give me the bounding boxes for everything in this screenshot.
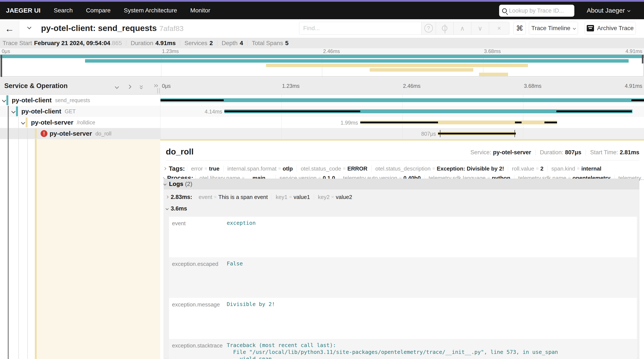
collapse-one-icon[interactable] [115, 84, 119, 89]
start-time-value: 2.81ms [620, 149, 639, 156]
trace-collapse-chevron-icon[interactable] [27, 25, 32, 29]
selected-span-guide [35, 139, 37, 359]
viewport-left-handle[interactable] [1, 55, 2, 77]
brand-logo[interactable]: JAEGER UI [6, 7, 40, 14]
expand-all-icon[interactable] [154, 84, 157, 89]
log-marker-tick [440, 130, 440, 137]
field-value: Traceback (most recent call last): File … [224, 339, 637, 359]
span-row-do-roll-selected[interactable]: ! py-otel-server do_roll 807μs [0, 128, 644, 139]
timeline-row-bars-2[interactable]: 1.99ms [160, 117, 644, 128]
expand-one-icon[interactable] [127, 84, 132, 89]
span-row-get[interactable]: py-otel-client GET 4.14ms [0, 106, 644, 117]
timeline-row-bars-0[interactable] [160, 95, 644, 106]
chevron-down-icon [627, 9, 630, 12]
find-toolbar: ? ∧ ∨ × [299, 22, 510, 34]
field-value: False [224, 257, 637, 298]
find-prev-button[interactable]: ∧ [454, 22, 471, 34]
start-time-label: Start Time: [590, 149, 618, 156]
log-entry-1[interactable]: 2.83ms: event=This is a span event key1=… [166, 192, 637, 202]
minimap-tick-labels: 0μs 1.23ms 2.46ms 3.68ms 4.91ms [0, 48, 644, 54]
row-collapse-chevron-icon[interactable] [21, 120, 25, 124]
services-value: 2 [210, 40, 213, 46]
find-clear-button[interactable]: × [489, 22, 510, 34]
trace-minimap[interactable] [0, 54, 644, 77]
tags-label: Tags: [169, 165, 185, 172]
column-resizer-handle[interactable] [157, 88, 160, 94]
timeline-tick: 0μs [162, 83, 171, 89]
span-duration-label: 807μs [421, 131, 438, 137]
jaeger-trace-page: JAEGER UI Search Compare System Architec… [0, 0, 644, 359]
service-label: Service: [470, 149, 492, 156]
field-value: exception [224, 217, 637, 257]
find-focus-button[interactable] [436, 22, 454, 34]
find-help-button[interactable]: ? [421, 22, 436, 34]
timeline-row-bars-3[interactable]: 807μs [160, 128, 644, 139]
logs-section-body: 2.83ms: event=This is a span event key1=… [164, 189, 639, 359]
about-jaeger-menu[interactable]: About Jaeger [587, 2, 630, 19]
duration-label: Duration [130, 40, 153, 46]
trace-header: ← py-otel-client: send_requests7afaf83 ?… [0, 19, 644, 38]
timeline-row-bars-1[interactable]: 4.14ms [160, 106, 644, 117]
accent-topline [0, 0, 644, 2]
nav-item-monitor[interactable]: Monitor [190, 7, 210, 14]
critical-path-segment [224, 110, 360, 112]
tag-pill: otel.status_code=ERROR [296, 166, 371, 172]
viewport-right-handle[interactable] [642, 55, 643, 64]
minimap-tick: 0μs [2, 48, 10, 54]
trace-id-badge: 7afaf83 [160, 24, 184, 32]
span-detail-panel: do_roll Service:py-otel-server Duration:… [160, 139, 644, 359]
row-collapse-chevron-icon[interactable] [11, 109, 16, 114]
span-color-bar [26, 118, 28, 127]
row-collapse-chevron-icon[interactable] [2, 98, 6, 102]
span-duration-label: 1.99ms [340, 120, 360, 126]
divider [217, 40, 217, 46]
find-next-button[interactable]: ∨ [471, 22, 489, 34]
log-entry-2[interactable]: 3.6ms [166, 203, 637, 214]
tag-pill: otel.status_description=Exception: Divis… [371, 166, 508, 172]
nav-item-system-architecture[interactable]: System Architecture [124, 7, 177, 14]
span-service-name: py-otel-client [21, 108, 61, 115]
chevron-down-icon: ∨ [478, 24, 482, 32]
trace-id-search-input[interactable] [509, 8, 571, 14]
log-field-pill: key1=value1 [272, 194, 314, 200]
find-input[interactable] [299, 22, 421, 34]
minimap-viewport-box[interactable] [0, 54, 644, 76]
trace-id-search-box[interactable] [499, 5, 574, 17]
depth-value: 4 [240, 40, 243, 46]
depth-label: Depth [222, 40, 238, 46]
field-key: event [169, 217, 224, 257]
chevron-right-icon [166, 196, 168, 198]
table-row: exception.stacktrace Traceback (most rec… [169, 339, 637, 359]
nav-item-search[interactable]: Search [54, 7, 73, 14]
trace-view-selector[interactable]: Trace Timeline [529, 22, 578, 34]
trace-start-label: Trace Start [2, 40, 32, 46]
trace-title-text: py-otel-client: send_requests [41, 24, 157, 33]
log-timestamp: 3.6ms [171, 205, 187, 212]
logs-section-header[interactable]: Logs (2) [164, 179, 639, 189]
archive-trace-button[interactable]: Archive Trace [584, 22, 636, 34]
trace-start-fraction: .865 [110, 40, 122, 46]
back-button[interactable]: ← [0, 19, 19, 38]
tags-row[interactable]: Tags: error=true internal.span.format=ot… [164, 164, 639, 174]
logs-count: (2) [185, 180, 192, 188]
indent-guide [8, 106, 9, 359]
field-key: exception.escaped [169, 257, 224, 298]
span-row-send-requests[interactable]: py-otel-client send_requests [0, 95, 644, 106]
indent-guide [18, 117, 19, 359]
span-operation-name: do_roll [95, 130, 111, 137]
span-row-rolldice[interactable]: py-otel-server /rolldice 1.99ms [0, 117, 644, 128]
tag-pill: span.kind=internal [547, 166, 605, 172]
nav-item-compare[interactable]: Compare [86, 7, 110, 14]
tag-pill: internal.span.format=otlp [223, 166, 296, 172]
log-marker-tick [514, 130, 515, 137]
span-bar[interactable] [160, 98, 644, 102]
chevron-right-icon [163, 167, 166, 170]
help-icon: ? [424, 24, 433, 32]
collapse-all-icon[interactable] [140, 84, 144, 89]
span-detail-meta: Service:py-otel-server Duration:807μs St… [470, 149, 639, 156]
trace-start-value: February 21 2024, 09:54:04 [34, 40, 110, 46]
keyboard-shortcuts-button[interactable]: ⌘ [514, 22, 526, 34]
table-row: event exception [169, 217, 637, 257]
divider [247, 40, 248, 46]
chevron-down-icon [166, 207, 168, 210]
